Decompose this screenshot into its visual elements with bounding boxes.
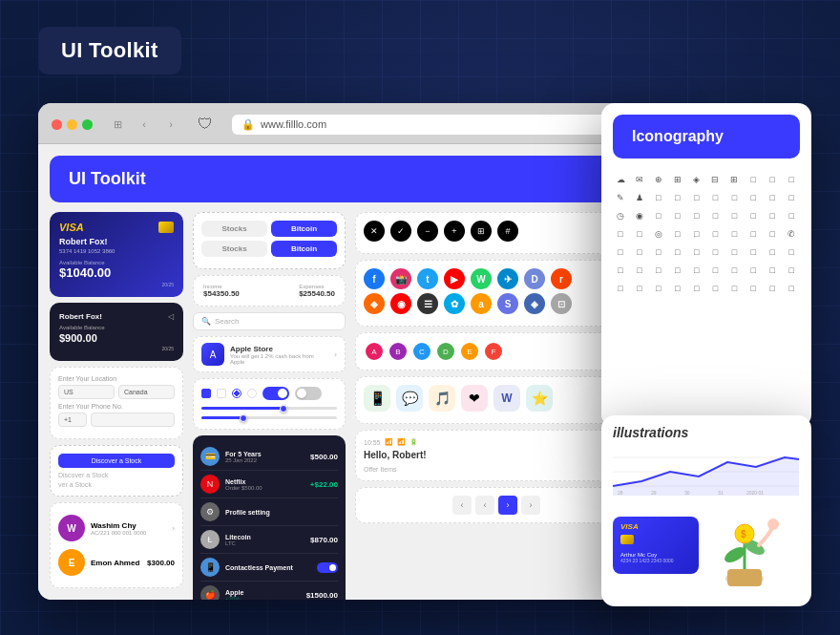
stocks-btn-2[interactable]: Stocks [201,241,267,257]
dark-card-expiry: 20/25 [161,346,174,351]
icon-sq25: □ [726,226,742,242]
discover-label-3: ver a Stock [58,481,175,488]
illustrations-content: VISA Arthur Mc Coy 4234 23 1423 2343 000… [613,507,800,583]
avatar-6: F [483,341,504,362]
illustrations-panel: illustrations 28 29 30 31 2020·01 VISA A… [601,415,811,606]
discover-btn-1[interactable]: Discover a Stock [58,454,175,468]
col-right: ✕ ✓ − + ⊞ # f 📸 t ▶ [355,212,638,598]
icon-sq31: □ [670,244,685,260]
toolkit-badge: UI Toolkit [38,27,181,74]
checkbox-1[interactable] [201,389,211,398]
hello-greeting: Hello, Robert! [364,450,629,460]
colorful-icons-card: f 📸 t ▶ W ✈ D r ◈ ◉ ☰ ✿ [355,260,638,327]
toggle-off[interactable] [295,387,322,400]
phone-code[interactable]: +1 [58,413,87,427]
dot-green[interactable] [82,119,93,130]
card-expiry: 20/25 [161,282,174,287]
avatar-1: A [364,341,385,362]
icon-sq22: □ [670,226,685,242]
phone-input[interactable] [91,413,175,427]
icon-sq43: □ [707,263,723,278]
slider-1[interactable] [201,407,337,410]
icon-pencil: ✎ [613,190,628,205]
twitter-icon: t [417,268,438,289]
icon-sq4: □ [651,190,666,205]
radio-1[interactable] [232,389,242,398]
stocks-btn[interactable]: Stocks [201,221,267,237]
toggle-payment[interactable] [317,562,338,573]
slider-2[interactable] [201,416,337,419]
tx-item-4: Ł Litecoin LTC $870.00 [200,526,338,554]
icon-sq39: □ [632,263,647,278]
tx-info-3: Profile setting [225,509,338,516]
country-select-us[interactable]: US [58,385,115,399]
icon-cross: ✕ [364,221,385,242]
tx-date-1: 25 Jan 2022 [225,457,304,463]
icon-sq52: □ [689,281,704,296]
profile-info-1: Washim Chy AC/221 000 001 0000 [91,521,166,536]
icon-sq15: □ [707,208,723,223]
tx-name-1: For 5 Years [225,451,304,457]
icon-sq33: □ [707,244,723,260]
icon-gray: ⊡ [551,293,572,314]
tx-info-4: Litecoin LTC [225,534,304,546]
bitcoin-btn[interactable]: Bitcoin [271,221,337,237]
icon-sq35: □ [746,244,761,260]
dot-yellow[interactable] [67,119,77,130]
stocks-toggle-row: Stocks Bitcoin [201,221,337,237]
icon-sq19: □ [784,208,799,223]
tx-icon-2: N [200,475,220,494]
app-icon-heart: ❤ [461,385,488,412]
dot-red[interactable] [52,119,62,130]
visa-logo: VISA [59,222,84,233]
pagination-card: ‹ ‹ › › [355,487,638,523]
profiles-card: W Washim Chy AC/221 000 001 0000 › E Emo… [50,502,183,588]
icon-sq44: □ [726,263,742,278]
icon-ring: ◎ [651,226,666,242]
svg-point-16 [767,519,779,530]
form-card: Enter Your Location US Canada Enter Your… [50,367,183,439]
url-text: www.filllo.com [261,118,326,130]
sidebar-toggle-icon[interactable]: ⊞ [108,115,127,134]
tx-icon-1: 💳 [200,447,220,466]
icon-sq49: □ [632,281,647,296]
visa-card: VISA Robert Fox! 5374 1419 1052 3860 Ava… [50,212,183,297]
search-bar[interactable]: 🔍 Search [193,312,346,330]
checkbox-2[interactable] [217,389,226,398]
page-prev2[interactable]: ‹ [475,496,494,515]
icon-sq27: □ [765,226,780,242]
chart-svg: 28 29 30 31 2020·01 [613,448,799,496]
country-select-canada[interactable]: Canada [118,385,175,399]
icon-sq36: □ [765,244,780,260]
svg-rect-10 [727,569,762,586]
controls-card [193,378,346,430]
icon-mail: ✉ [632,172,647,187]
tx-icon-4: Ł [200,530,220,549]
icon-red: ◉ [390,293,411,314]
forward-icon[interactable]: › [161,115,180,134]
icon-sq48: □ [613,281,628,296]
icon-phone: ✆ [784,226,799,242]
discover-card: Discover a Stock Discover a Stock ver a … [50,445,183,497]
radio-2[interactable] [247,389,257,398]
tx-amount-1: $500.00 [310,453,338,461]
page-prev[interactable]: ‹ [452,496,472,515]
dark-card-balance: $900.00 [59,332,174,344]
icon-panel-header: Iconography [613,115,800,159]
icon-target: ◉ [632,208,647,223]
icon-sq41: □ [670,263,685,278]
tx-amount-4: $870.00 [310,536,338,544]
card-chip [158,222,174,233]
profile-avatar-2: E [58,549,85,576]
back-icon[interactable]: ‹ [135,115,154,134]
bitcoin-btn-2[interactable]: Bitcoin [271,241,337,257]
toggle-on[interactable] [262,387,289,400]
address-bar[interactable]: 🔒 www.filllo.com [232,115,611,135]
tx-amount-2: +$22.00 [310,480,338,489]
page-next[interactable]: › [521,496,540,515]
tx-name-2: Netflix [225,478,304,485]
page-current[interactable]: › [498,496,517,515]
reddit-icon: r [551,268,572,289]
icon-plus: + [444,221,465,242]
svg-text:30: 30 [684,490,690,496]
